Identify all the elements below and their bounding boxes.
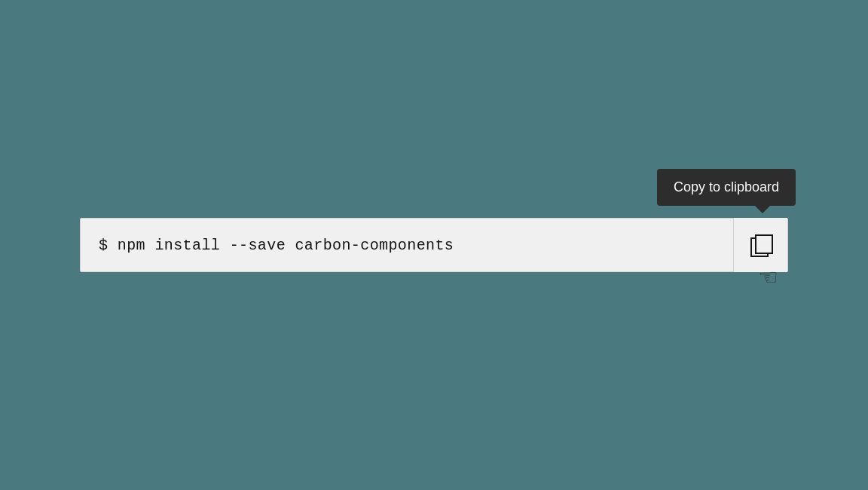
copy-button[interactable]: ☞ bbox=[733, 218, 787, 272]
hand-cursor-icon: ☞ bbox=[758, 266, 778, 289]
code-bar: $ npm install --save carbon-components ☞ bbox=[80, 218, 788, 272]
cursor-pointer: ☞ bbox=[757, 266, 778, 293]
copy-icon bbox=[750, 234, 772, 256]
main-container: Copy to clipboard $ npm install --save c… bbox=[80, 218, 788, 272]
copy-tooltip: Copy to clipboard bbox=[657, 169, 796, 206]
code-snippet: $ npm install --save carbon-components bbox=[81, 237, 733, 254]
